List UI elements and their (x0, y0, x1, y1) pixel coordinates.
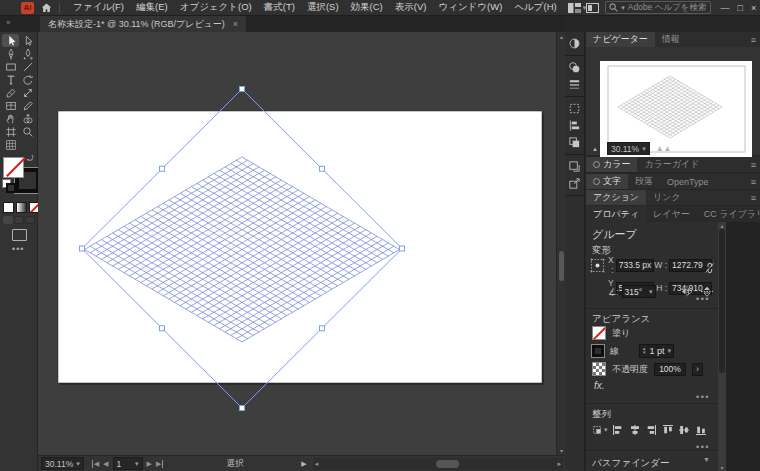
scroll-up-icon[interactable]: ▴ (718, 222, 726, 229)
first-artboard-button[interactable]: ◀ (92, 460, 99, 468)
zoom-in-icon[interactable]: ▲▲ (656, 144, 672, 153)
vertical-scrollbar[interactable]: ▴ ▾ (556, 32, 565, 455)
pen-tool[interactable] (2, 47, 19, 60)
menu-item-4[interactable]: 選択(S) (301, 1, 345, 14)
menu-item-1[interactable]: 編集(E) (130, 1, 174, 14)
previous-artboard-button[interactable]: ◀ (103, 460, 108, 468)
panel-menu-icon[interactable]: ≡ (751, 160, 756, 170)
pathfinder-panel-icon[interactable] (565, 134, 584, 151)
curvature-tool[interactable] (19, 47, 36, 60)
panel-tab-段落[interactable]: 段落 (628, 174, 660, 189)
help-search-input[interactable]: ▾ Adobe ヘルプを検索 (605, 1, 710, 14)
menu-item-3[interactable]: 書式(T) (258, 1, 301, 14)
canvas[interactable] (38, 32, 556, 455)
panel-tab-CC ライブラリ[interactable]: CC ライブラリ (697, 206, 760, 222)
workspace-switcher-button[interactable]: ▾ (568, 3, 587, 13)
reference-point-selector[interactable] (590, 258, 605, 275)
align-to-dropdown[interactable]: ▾ (592, 424, 608, 436)
menu-item-2[interactable]: オブジェクト(O) (174, 1, 258, 14)
screen-mode-button[interactable] (12, 229, 27, 241)
align-bottom-button[interactable] (695, 424, 707, 436)
properties-scroll-thumb[interactable] (719, 229, 725, 373)
grid-tool[interactable] (2, 138, 19, 151)
panel-tab-プロパティ[interactable]: プロパティ (586, 206, 646, 222)
menu-item-0[interactable]: ファイル(F) (67, 1, 130, 14)
panel-tab-レイヤー[interactable]: レイヤー (646, 206, 697, 222)
pathfinder-section[interactable]: パスファインダー ▼ (586, 454, 718, 470)
close-button[interactable]: × (751, 3, 756, 13)
status-flyout-icon[interactable]: ▶ (301, 460, 306, 468)
panel-menu-icon[interactable]: ≡ (751, 35, 756, 45)
align-center-h-button[interactable] (629, 424, 641, 436)
opacity-icon[interactable] (592, 362, 606, 376)
maximize-button[interactable]: □ (738, 3, 743, 13)
scroll-right-icon[interactable]: ▸ (557, 460, 561, 468)
document-tab[interactable]: 名称未設定-1* @ 30.11% (RGB/プレビュー) × (40, 16, 246, 32)
horizontal-scrollbar[interactable]: ◂ ▸ (313, 458, 563, 470)
properties-scrollbar[interactable]: ▴ ▾ (718, 222, 726, 471)
export-panel-icon[interactable] (565, 175, 584, 192)
gradient-button[interactable] (16, 202, 27, 213)
effects-button[interactable]: fx. (594, 380, 605, 391)
fill-none-swatch[interactable] (592, 326, 606, 340)
artboard-tool[interactable] (2, 125, 19, 138)
stroke-width-stepper[interactable]: ▲▼ 1 pt ▾ (639, 344, 674, 358)
panel-tab-情報[interactable]: 情報 (655, 32, 687, 47)
panel-tab-OpenType[interactable]: OpenType (660, 174, 716, 189)
shape-builder-tool[interactable] (19, 112, 36, 125)
menu-item-6[interactable]: 表示(V) (389, 1, 433, 14)
link-dimensions-icon[interactable] (704, 262, 715, 276)
hand-tool[interactable] (2, 112, 19, 125)
scroll-up-icon[interactable]: ▴ (558, 33, 565, 40)
fill-none-swatch[interactable] (3, 157, 24, 178)
eraser-tool[interactable] (2, 86, 19, 99)
edit-toolbar-dots[interactable]: ••• (12, 244, 24, 254)
gradient-panel-icon[interactable] (565, 35, 584, 52)
draw-normal-button[interactable] (3, 216, 13, 224)
menu-item-8[interactable]: ヘルプ(H) (508, 1, 562, 14)
artboard-number-dropdown[interactable]: 1 ▾ (113, 457, 143, 470)
mesh-tool[interactable] (2, 99, 19, 112)
panel-tab-アクション[interactable]: アクション (586, 190, 646, 205)
toolbar-collapse-icon[interactable]: » (6, 18, 10, 27)
selection-tool[interactable] (2, 34, 19, 47)
vertical-scroll-thumb[interactable] (559, 251, 564, 281)
panel-tab-文字[interactable]: 文字 (586, 174, 628, 189)
panel-tab-リンク[interactable]: リンク (646, 190, 688, 205)
document-close-icon[interactable]: × (233, 19, 238, 29)
panel-tab-カラー[interactable]: カラー (586, 157, 637, 172)
rotate-tool[interactable] (19, 73, 36, 86)
align-right-button[interactable] (645, 424, 657, 436)
default-fill-stroke-icon[interactable] (2, 179, 11, 188)
stroke-swatch[interactable] (592, 345, 604, 357)
home-icon[interactable] (41, 3, 52, 13)
zoom-level-dropdown[interactable]: 30.11% ▾ (41, 457, 84, 470)
panel-tab-カラーガイド[interactable]: カラーガイド (637, 157, 706, 172)
transform-panel-icon[interactable] (565, 100, 584, 117)
transform-more-options[interactable]: ••• (696, 294, 710, 304)
color-button[interactable] (3, 202, 14, 213)
draw-inside-button[interactable] (25, 216, 35, 224)
document-arrangement-icon[interactable] (586, 3, 599, 13)
menu-item-5[interactable]: 効果(C) (345, 1, 389, 14)
stroke-panel-icon[interactable] (565, 76, 584, 93)
draw-behind-button[interactable] (14, 216, 24, 224)
navigator-zoom-dropdown[interactable]: 30.11% ▾ (607, 142, 650, 155)
scroll-left-icon[interactable]: ◂ (315, 460, 319, 468)
zoom-out-icon[interactable]: ▲ (592, 146, 598, 152)
swap-fill-stroke-icon[interactable]: ⤾ (27, 154, 34, 164)
minimize-button[interactable]: — (721, 3, 730, 13)
scroll-down-icon[interactable]: ▾ (558, 447, 565, 454)
flip-horizontal-icon[interactable] (681, 286, 693, 297)
rotation-dropdown[interactable]: 315° ▾ (622, 285, 656, 298)
last-artboard-button[interactable]: ▶ (156, 460, 163, 468)
align-left-button[interactable] (612, 424, 624, 436)
stepper-arrows-icon[interactable]: ▲▼ (642, 347, 646, 355)
align-panel-icon[interactable] (565, 117, 584, 134)
zoom-tool[interactable] (19, 125, 36, 138)
next-artboard-button[interactable]: ▶ (147, 460, 152, 468)
horizontal-scroll-thumb[interactable] (436, 460, 459, 468)
transparency-panel-icon[interactable] (565, 59, 584, 76)
opacity-value-dropdown[interactable]: 100% (654, 363, 686, 376)
panel-menu-icon[interactable]: ≡ (751, 177, 756, 187)
